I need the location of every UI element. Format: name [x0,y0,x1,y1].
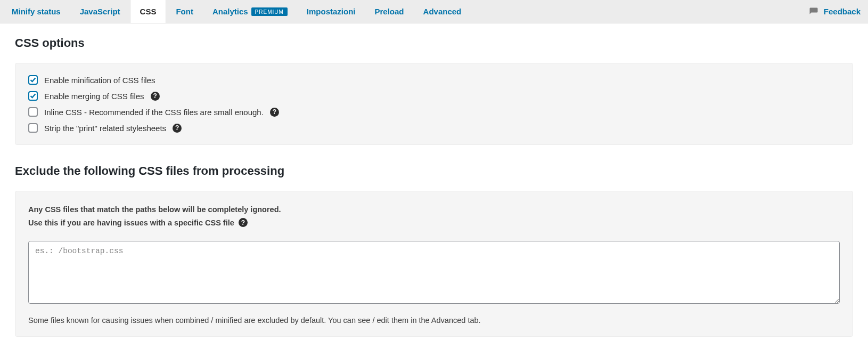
comment-icon [809,7,818,17]
tab-label: JavaScript [80,7,120,16]
option-enable-minification: Enable minification of CSS files [28,75,840,85]
tab-analytics[interactable]: Analytics PREMIUM [203,0,297,23]
exclude-note: Some files known for causing issues when… [28,316,840,325]
exclude-textarea[interactable] [28,241,840,304]
tab-minify-status[interactable]: Minify status [2,0,70,23]
option-strip-print: Strip the "print" related stylesheets ? [28,123,840,133]
tab-label: Impostazioni [307,7,356,16]
option-label: Enable merging of CSS files [44,92,144,101]
feedback-label: Feedback [824,7,861,16]
exclude-intro: Any CSS files that match the paths below… [28,203,840,229]
option-label: Strip the "print" related stylesheets [44,124,166,133]
checkbox-enable-minification[interactable] [28,75,38,85]
tab-label: Analytics [212,7,248,16]
feedback-link[interactable]: Feedback [801,0,868,23]
option-inline-css: Inline CSS - Recommended if the CSS file… [28,107,840,117]
tab-impostazioni[interactable]: Impostazioni [297,0,365,23]
option-label: Enable minification of CSS files [44,76,155,85]
checkbox-inline-css[interactable] [28,107,38,117]
tab-bar: Minify status JavaScript CSS Font Analyt… [0,0,868,23]
tab-css[interactable]: CSS [130,0,167,23]
help-icon[interactable]: ? [173,124,182,133]
checkbox-strip-print[interactable] [28,123,38,133]
tab-advanced[interactable]: Advanced [414,0,471,23]
help-icon[interactable]: ? [239,218,248,227]
tab-label: Font [176,7,193,16]
check-icon [30,93,36,99]
option-enable-merging: Enable merging of CSS files ? [28,91,840,101]
tab-label: Preload [375,7,404,16]
tab-javascript[interactable]: JavaScript [70,0,130,23]
help-icon[interactable]: ? [151,92,160,101]
check-icon [30,77,36,83]
tab-font[interactable]: Font [166,0,202,23]
exclude-heading: Exclude the following CSS files from pro… [15,164,853,178]
tab-label: Advanced [423,7,462,16]
premium-badge: PREMIUM [251,7,288,16]
tab-label: Minify status [12,7,61,16]
css-options-panel: Enable minification of CSS files Enable … [15,63,853,145]
checkbox-enable-merging[interactable] [28,91,38,101]
content: CSS options Enable minification of CSS f… [0,23,868,364]
exclude-intro-line2: Use this if you are having issues with a… [28,216,234,230]
tab-label: CSS [140,7,157,16]
exclude-intro-line1: Any CSS files that match the paths below… [28,203,840,216]
exclude-panel: Any CSS files that match the paths below… [15,191,853,337]
css-options-heading: CSS options [15,36,853,50]
tab-preload[interactable]: Preload [365,0,414,23]
help-icon[interactable]: ? [270,108,279,117]
option-label: Inline CSS - Recommended if the CSS file… [44,108,264,117]
